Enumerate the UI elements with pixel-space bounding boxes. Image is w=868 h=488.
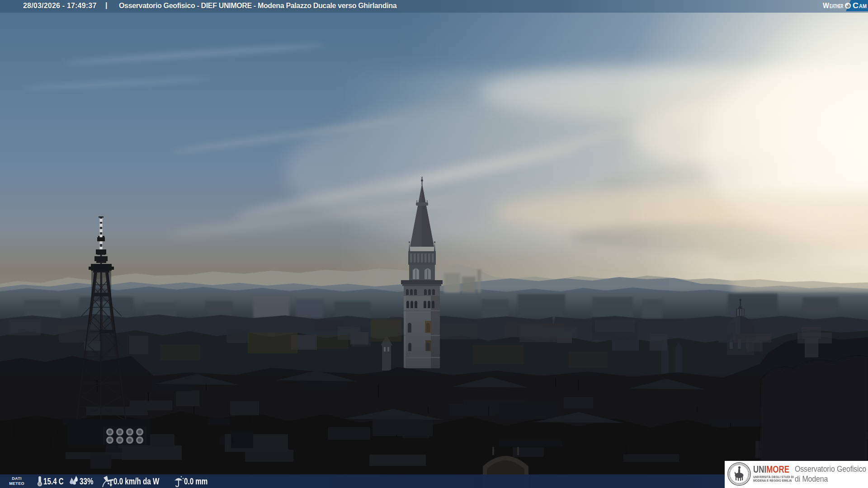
svg-text:EATHER: EATHER — [830, 3, 843, 9]
svg-text:AM: AM — [859, 3, 867, 9]
svg-text:C: C — [853, 1, 859, 10]
svg-text:W: W — [823, 1, 830, 10]
